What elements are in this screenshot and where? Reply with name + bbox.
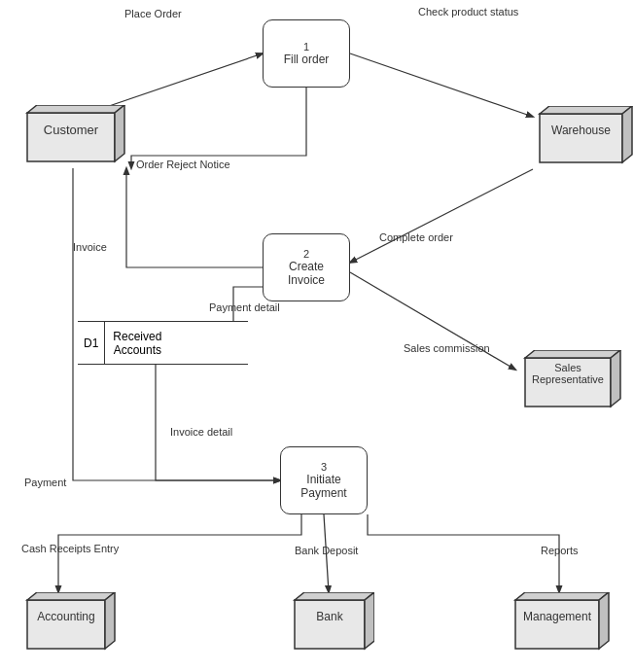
svg-rect-4 — [27, 113, 115, 161]
label-sales-commission: Sales commission — [404, 342, 490, 354]
process-initiate-payment: 3 Initiate Payment — [280, 446, 368, 514]
sales-rep-label: Sales Representative — [525, 362, 611, 385]
svg-marker-14 — [27, 592, 115, 600]
svg-marker-12 — [611, 350, 620, 407]
diagram: 1 Fill order 2 Create Invoice 3 Initiate… — [0, 0, 634, 672]
svg-rect-7 — [540, 114, 622, 162]
process-3-num: 3 — [321, 461, 327, 473]
management-label: Management — [515, 610, 599, 623]
svg-rect-19 — [515, 600, 599, 649]
svg-marker-11 — [525, 350, 620, 358]
datastore-received-accounts: D1 Received Accounts — [78, 321, 248, 365]
customer-label: Customer — [27, 123, 115, 137]
bank-label: Bank — [295, 610, 365, 623]
svg-marker-15 — [105, 592, 115, 649]
warehouse-label: Warehouse — [540, 124, 622, 137]
svg-marker-5 — [27, 105, 124, 113]
entity-accounting: Accounting — [18, 592, 118, 665]
label-payment-detail: Payment detail — [209, 301, 280, 313]
process-create-invoice: 2 Create Invoice — [263, 233, 350, 301]
label-complete-order: Complete order — [379, 231, 453, 243]
label-invoice-detail: Invoice detail — [170, 426, 232, 438]
label-check-product: Check product status — [418, 6, 518, 18]
svg-marker-6 — [115, 105, 124, 161]
datastore-id: D1 — [78, 322, 105, 364]
label-payment: Payment — [24, 477, 66, 488]
label-cash-receipts: Cash Receipts Entry — [21, 543, 119, 554]
label-bank-deposit: Bank Deposit — [295, 545, 358, 556]
label-reports: Reports — [541, 545, 579, 556]
entity-sales-rep: Sales Representative — [515, 350, 622, 413]
svg-marker-21 — [599, 592, 609, 649]
label-order-reject: Order Reject Notice — [136, 159, 230, 170]
process-fill-order: 1 Fill order — [263, 19, 350, 88]
svg-line-1 — [350, 53, 533, 117]
label-place-order: Place Order — [124, 8, 182, 19]
svg-marker-17 — [295, 592, 374, 600]
svg-rect-16 — [295, 600, 365, 649]
svg-marker-9 — [622, 106, 632, 162]
process-2-label: Create Invoice — [288, 260, 325, 287]
accounting-label: Accounting — [27, 610, 105, 623]
svg-line-2 — [350, 169, 533, 263]
svg-marker-18 — [365, 592, 374, 649]
process-2-num: 2 — [303, 248, 309, 260]
svg-rect-13 — [27, 600, 105, 649]
entity-customer: Customer — [18, 105, 129, 168]
label-invoice: Invoice — [73, 241, 107, 253]
entity-management: Management — [506, 592, 613, 665]
process-3-label: Initiate Payment — [300, 473, 346, 500]
entity-warehouse: Warehouse — [530, 106, 627, 169]
process-1-label: Fill order — [284, 53, 330, 66]
svg-marker-8 — [540, 106, 632, 114]
datastore-label: Received Accounts — [105, 330, 169, 357]
svg-marker-20 — [515, 592, 609, 600]
entity-bank: Bank — [287, 592, 374, 665]
process-1-num: 1 — [303, 41, 309, 53]
